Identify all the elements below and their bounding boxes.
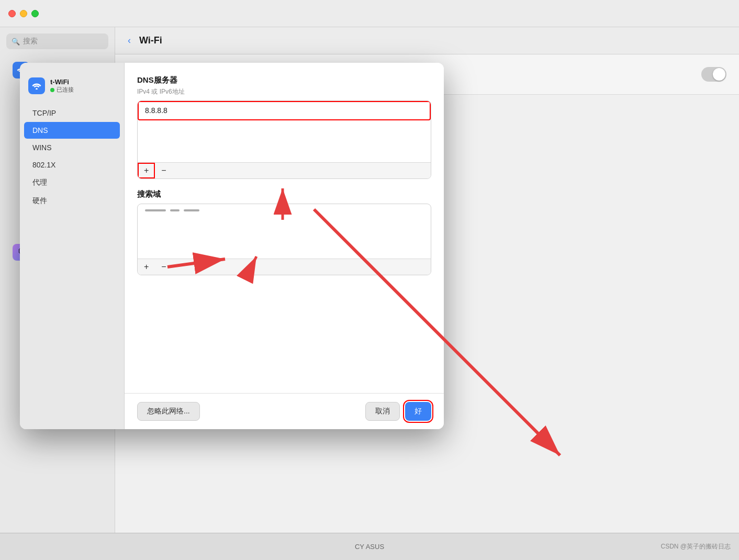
dns-entry-empty (138, 120, 431, 162)
dns-section: DNS服务器 IPv4 或 IPv6地址 8.8.8.8 + − (137, 75, 431, 179)
domain-entry (138, 204, 431, 217)
nav-item-8021x[interactable]: 802.1X (24, 156, 120, 173)
domains-list-box: + − (137, 204, 431, 275)
dns-remove-button[interactable]: − (155, 163, 172, 178)
maximize-button[interactable] (31, 10, 39, 17)
domains-empty-area (138, 217, 431, 259)
domain-pill-1 (145, 209, 166, 211)
nav-item-proxy[interactable]: 代理 (24, 174, 120, 192)
ok-button[interactable]: 好 (405, 402, 431, 421)
dialog-wifi-name: t-WiFi (50, 78, 74, 86)
search-icon: 🔍 (12, 38, 20, 46)
dns-list-box: 8.8.8.8 + − (137, 100, 431, 179)
nav-item-hardware[interactable]: 硬件 (24, 192, 120, 210)
svg-point-2 (36, 88, 38, 89)
nav-title: Wi-Fi (139, 35, 162, 46)
dialog-sidebar: t-WiFi 已连接 TCP/IP DNS WINS 802.1X (20, 63, 125, 429)
dns-section-subtitle: IPv4 或 IPv6地址 (137, 87, 431, 96)
minimize-button[interactable] (20, 10, 27, 17)
search-input-placeholder: 搜索 (23, 37, 38, 46)
footer-right: 取消 好 (365, 402, 431, 421)
domain-pill-3 (184, 209, 199, 211)
domain-controls: + − (138, 259, 431, 275)
main-window: 🔍 搜索 Wi-Fi (0, 0, 739, 560)
dns-entry-0[interactable]: 8.8.8.8 (138, 101, 431, 120)
cancel-button[interactable]: 取消 (365, 402, 400, 421)
nav-item-wins[interactable]: WINS (24, 139, 120, 156)
dialog-wifi-info: t-WiFi 已连接 (50, 78, 74, 94)
dialog-wifi-icon (28, 77, 45, 94)
content-area: ‹ Wi-Fi Wi-Fi (115, 27, 739, 560)
connected-label: 已连接 (57, 86, 74, 94)
taskbar-right: CSDN @英子的搬砖日志 (660, 542, 731, 551)
dns-section-title: DNS服务器 (137, 75, 431, 85)
dns-controls: + − (138, 162, 431, 178)
ignore-network-button[interactable]: 忽略此网络... (137, 402, 200, 421)
wifi-toggle[interactable] (701, 67, 726, 82)
dialog-main: DNS服务器 IPv4 或 IPv6地址 8.8.8.8 + − (125, 63, 444, 429)
taskbar: CY ASUS CSDN @英子的搬砖日志 (0, 533, 739, 560)
domain-add-button[interactable]: + (138, 259, 155, 275)
footer-left: 忽略此网络... (137, 402, 200, 421)
main-layout: 🔍 搜索 Wi-Fi (0, 27, 739, 560)
search-domains-title: 搜索域 (137, 189, 431, 199)
search-domains-section: 搜索域 + (137, 189, 431, 275)
title-bar (0, 0, 739, 27)
content-nav: ‹ Wi-Fi (115, 27, 739, 54)
dialog-layout: t-WiFi 已连接 TCP/IP DNS WINS 802.1X (20, 63, 444, 429)
dialog-content: DNS服务器 IPv4 或 IPv6地址 8.8.8.8 + − (125, 63, 444, 393)
back-button[interactable]: ‹ (126, 33, 133, 48)
domain-pill-2 (170, 209, 180, 211)
network-dialog: t-WiFi 已连接 TCP/IP DNS WINS 802.1X (20, 63, 444, 429)
dialog-footer: 忽略此网络... 取消 好 (125, 393, 444, 429)
dns-add-button[interactable]: + (138, 163, 155, 178)
domain-remove-button[interactable]: − (155, 259, 172, 275)
connected-status: 已连接 (50, 86, 74, 94)
connected-dot (50, 88, 54, 92)
traffic-lights (8, 10, 39, 17)
nav-item-tcp[interactable]: TCP/IP (24, 105, 120, 121)
taskbar-center: CY ASUS (355, 543, 384, 551)
nav-item-dns[interactable]: DNS (24, 122, 120, 139)
dialog-wifi-header: t-WiFi 已连接 (20, 71, 124, 100)
search-bar[interactable]: 🔍 搜索 (6, 33, 108, 49)
close-button[interactable] (8, 10, 16, 17)
